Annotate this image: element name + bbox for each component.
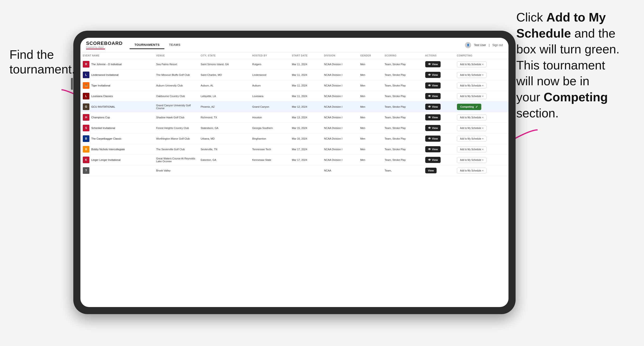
venue-cell: The Missouri Bluffs Golf Club bbox=[154, 70, 198, 80]
start-date-cell: Mar 11, 2024 bbox=[290, 80, 322, 91]
view-button[interactable]: 👁 View bbox=[425, 114, 441, 120]
actions-cell: 👁 View bbox=[423, 144, 455, 155]
venue-cell: The Sevierville Golf Club bbox=[154, 144, 198, 155]
competing-button[interactable]: Competing ✓ bbox=[457, 104, 481, 110]
view-button[interactable]: 👁 View bbox=[425, 146, 441, 152]
view-label: View bbox=[432, 137, 438, 140]
sign-out-link[interactable]: Sign out bbox=[492, 43, 503, 47]
event-name-cell: G GCU INVITATIONAL bbox=[83, 103, 151, 110]
event-name-text: Louisiana Classics bbox=[91, 95, 113, 98]
add-schedule-button[interactable]: Add to My Schedule + bbox=[457, 72, 486, 78]
tablet-screen: SCOREBOARD Powered by clippd TOURNAMENTS… bbox=[80, 38, 508, 307]
team-logo: ? bbox=[83, 167, 90, 174]
plus-icon: + bbox=[482, 127, 484, 129]
view-button[interactable]: View bbox=[425, 168, 437, 173]
add-schedule-button[interactable]: Add to My Schedule + bbox=[457, 83, 486, 89]
event-name-cell: 🐯 Tiger Invitational bbox=[83, 82, 151, 89]
add-schedule-button[interactable]: Add to My Schedule + bbox=[457, 147, 486, 152]
gender-cell: Men bbox=[358, 134, 382, 144]
add-schedule-label: Add to My Schedule bbox=[460, 169, 481, 172]
division-cell: NCAA Division I bbox=[322, 155, 358, 165]
event-name-text: Champions Cup bbox=[91, 116, 110, 119]
venue-cell: Sea Palms Resort bbox=[154, 59, 198, 70]
event-name-text: Linger Longer Invitational bbox=[91, 159, 120, 161]
actions-cell: 👁 View bbox=[423, 102, 455, 112]
check-icon: ✓ bbox=[475, 105, 478, 109]
add-schedule-button[interactable]: Add to My Schedule + bbox=[457, 136, 486, 142]
add-schedule-button[interactable]: Add to My Schedule + bbox=[457, 125, 486, 131]
view-label: View bbox=[432, 127, 438, 129]
scoring-cell: Team, Stroke Play bbox=[382, 80, 423, 91]
venue-cell: Forest Heights Country Club bbox=[154, 123, 198, 134]
division-cell: NCAA bbox=[322, 165, 358, 176]
division-cell: NCAA Division I bbox=[322, 59, 358, 70]
user-avatar: 👤 bbox=[465, 42, 471, 48]
eye-icon: 👁 bbox=[428, 148, 431, 151]
city-cell: Auburn, AL bbox=[198, 80, 250, 91]
scoring-cell: Team, Stroke Play bbox=[382, 91, 423, 102]
view-button[interactable]: 👁 View bbox=[425, 72, 441, 78]
table-row: G GCU INVITATIONAL Grand Canyon Universi… bbox=[80, 102, 508, 112]
view-button[interactable]: 👁 View bbox=[425, 125, 441, 131]
add-schedule-label: Add to My Schedule bbox=[460, 127, 481, 129]
event-name-cell: H Champions Cup bbox=[83, 114, 151, 121]
plus-icon: + bbox=[482, 169, 484, 172]
venue-cell: Grand Canyon University Golf Course bbox=[154, 102, 198, 112]
add-schedule-button[interactable]: Add to My Schedule + bbox=[457, 61, 486, 67]
gender-cell: Men bbox=[358, 59, 382, 70]
add-schedule-button[interactable]: Add to My Schedule + bbox=[457, 157, 486, 163]
view-label: View bbox=[428, 169, 434, 172]
team-logo: 🐯 bbox=[83, 82, 90, 89]
team-logo: L bbox=[83, 93, 90, 99]
logo-text: SCOREBOARD bbox=[86, 41, 122, 46]
competing-cell: Add to My Schedule + bbox=[454, 134, 508, 144]
tab-tournaments[interactable]: TOURNAMENTS bbox=[130, 41, 164, 49]
actions-cell: 👁 View bbox=[423, 70, 455, 80]
view-label: View bbox=[432, 95, 438, 98]
view-label: View bbox=[432, 159, 438, 161]
logo-bar bbox=[86, 49, 105, 49]
tournaments-table: EVENT NAME VENUE CITY, STATE HOSTED BY S… bbox=[80, 52, 508, 176]
eye-icon: 👁 bbox=[428, 116, 431, 119]
view-button[interactable]: 👁 View bbox=[425, 136, 441, 142]
division-cell: NCAA Division I bbox=[322, 102, 358, 112]
division-cell: NCAA Division I bbox=[322, 123, 358, 134]
competing-cell: Add to My Schedule + bbox=[454, 144, 508, 155]
col-start-date: START DATE bbox=[290, 52, 322, 59]
logo-sub: Powered by clippd bbox=[86, 46, 122, 48]
table-row: L Lindenwood Invitational The Missouri B… bbox=[80, 70, 508, 80]
view-label: View bbox=[432, 116, 438, 119]
event-name-cell: L Lindenwood Invitational bbox=[83, 72, 151, 78]
competing-cell: Competing ✓ bbox=[454, 102, 508, 112]
table-container: EVENT NAME VENUE CITY, STATE HOSTED BY S… bbox=[80, 52, 508, 307]
add-schedule-button[interactable]: Add to My Schedule + bbox=[457, 168, 486, 173]
gender-cell: Men bbox=[358, 102, 382, 112]
view-label: View bbox=[432, 63, 438, 66]
view-button[interactable]: 👁 View bbox=[425, 157, 441, 163]
col-scoring: SCORING bbox=[382, 52, 423, 59]
plus-icon: + bbox=[482, 74, 484, 76]
table-row: K Linger Longer Invitational Great Water… bbox=[80, 155, 508, 165]
add-schedule-label: Add to My Schedule bbox=[460, 148, 481, 151]
user-text: Test User bbox=[474, 43, 486, 47]
hosted-by-cell: Kennesaw State bbox=[250, 155, 289, 165]
hosted-by-cell: Georgia Southern bbox=[250, 123, 289, 134]
team-logo: B bbox=[83, 146, 90, 153]
tablet-side-button bbox=[71, 78, 73, 90]
view-label: View bbox=[432, 84, 438, 87]
event-name-cell: L Louisiana Classics bbox=[83, 93, 151, 99]
table-row: ? Brook ValleyNCAATeam, View Add to My S… bbox=[80, 165, 508, 176]
division-cell: NCAA Division I bbox=[322, 112, 358, 123]
add-schedule-button[interactable]: Add to My Schedule + bbox=[457, 93, 486, 99]
add-schedule-label: Add to My Schedule bbox=[460, 63, 481, 66]
view-button[interactable]: 👁 View bbox=[425, 104, 441, 110]
tab-teams[interactable]: TEAMS bbox=[164, 41, 185, 49]
city-cell: Urbana, MD bbox=[198, 134, 250, 144]
start-date-cell: Mar 11, 2024 bbox=[290, 70, 322, 80]
view-button[interactable]: 👁 View bbox=[425, 93, 441, 99]
add-schedule-button[interactable]: Add to My Schedule + bbox=[457, 115, 486, 120]
competing-cell: Add to My Schedule + bbox=[454, 112, 508, 123]
team-logo: B bbox=[83, 135, 90, 142]
view-button[interactable]: 👁 View bbox=[425, 82, 441, 89]
view-button[interactable]: 👁 View bbox=[425, 61, 441, 67]
